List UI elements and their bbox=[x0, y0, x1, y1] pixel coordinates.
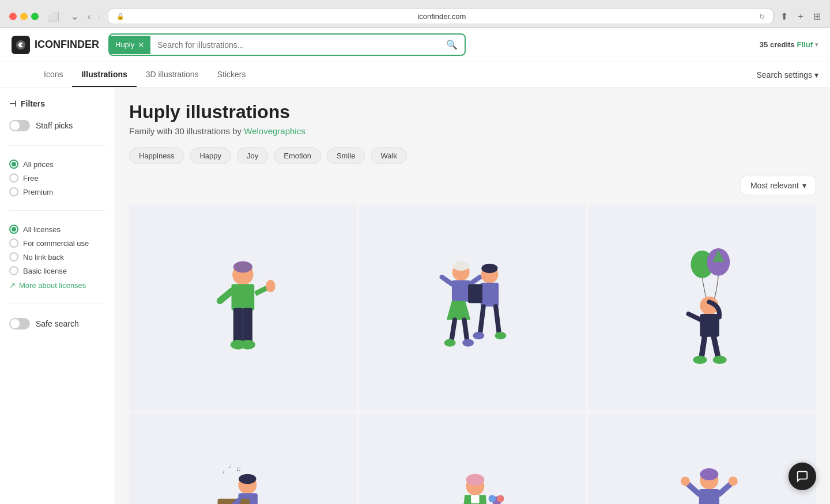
license-radio-group: All licenses For commercial use No link … bbox=[9, 225, 105, 275]
svg-point-31 bbox=[693, 355, 707, 363]
page-header: Huply illustrations Family with 30 illus… bbox=[129, 101, 816, 136]
price-premium[interactable]: Premium bbox=[9, 187, 105, 196]
sidebar-expand-button[interactable]: ⌄ bbox=[69, 9, 81, 24]
back-button[interactable]: ‹ bbox=[88, 12, 90, 22]
tab-3d-illustrations[interactable]: 3D illustrations bbox=[137, 63, 208, 87]
illustration-card-6[interactable] bbox=[588, 414, 816, 504]
svg-line-21 bbox=[496, 306, 499, 334]
illustration-card-1[interactable] bbox=[129, 204, 357, 411]
tag-joy[interactable]: Joy bbox=[237, 147, 268, 164]
license-all-label: All licenses bbox=[23, 225, 61, 234]
share-button[interactable]: ⬆ bbox=[780, 10, 788, 22]
tab-illustrations[interactable]: Illustrations bbox=[72, 63, 136, 87]
svg-point-14 bbox=[444, 339, 455, 346]
license-basic-label: Basic license bbox=[23, 267, 67, 275]
forward-button[interactable]: › bbox=[97, 12, 100, 22]
search-input[interactable] bbox=[150, 36, 439, 54]
lock-icon: 🔒 bbox=[116, 13, 124, 20]
main-content: ⊣ Filters Staff picks All prices bbox=[0, 88, 830, 504]
svg-rect-60 bbox=[699, 489, 719, 504]
license-filter-section: All licenses For commercial use No link … bbox=[9, 225, 105, 290]
filters-header[interactable]: ⊣ Filters bbox=[9, 99, 105, 108]
search-settings-button[interactable]: Search settings ▾ bbox=[757, 70, 819, 79]
svg-point-37 bbox=[239, 473, 256, 484]
illustration-card-2[interactable] bbox=[359, 204, 587, 411]
grid-button[interactable]: ⊞ bbox=[813, 10, 821, 22]
illustrations-grid: ♪ ♩ ♫ bbox=[129, 204, 816, 504]
svg-point-46 bbox=[466, 473, 484, 486]
logo[interactable]: ICONFINDER bbox=[12, 36, 99, 54]
price-free[interactable]: Free bbox=[9, 173, 105, 183]
price-free-radio[interactable] bbox=[9, 173, 18, 183]
tag-happy[interactable]: Happy bbox=[190, 147, 231, 164]
illustration-card-3[interactable] bbox=[588, 204, 816, 411]
svg-point-8 bbox=[240, 340, 255, 350]
price-premium-radio[interactable] bbox=[9, 187, 18, 196]
svg-point-61 bbox=[681, 476, 690, 486]
divider-3 bbox=[9, 304, 105, 304]
price-free-label: Free bbox=[23, 174, 39, 183]
divider-2 bbox=[9, 210, 105, 211]
credits-chevron-icon[interactable]: ▾ bbox=[815, 41, 818, 48]
svg-point-59 bbox=[700, 468, 719, 480]
svg-line-20 bbox=[480, 306, 483, 334]
more-licenses-label: More about licenses bbox=[19, 281, 86, 290]
search-bar: Huply ✕ 🔍 bbox=[108, 33, 466, 56]
svg-rect-47 bbox=[471, 495, 479, 503]
new-tab-button[interactable]: ＋ bbox=[796, 10, 805, 22]
tag-emotion[interactable]: Emotion bbox=[274, 147, 321, 164]
credits-amount: 35 credits bbox=[760, 40, 795, 49]
safe-search-toggle[interactable] bbox=[9, 318, 30, 329]
staff-picks-toggle[interactable] bbox=[9, 120, 30, 131]
tag-happiness[interactable]: Happiness bbox=[129, 147, 184, 164]
license-commercial-radio[interactable] bbox=[9, 238, 18, 248]
refresh-icon[interactable]: ↻ bbox=[759, 13, 765, 21]
tag-smile[interactable]: Smile bbox=[327, 147, 365, 164]
price-all[interactable]: All prices bbox=[9, 160, 105, 169]
license-no-link-back[interactable]: No link back bbox=[9, 252, 105, 262]
svg-point-23 bbox=[495, 332, 506, 339]
license-all[interactable]: All licenses bbox=[9, 225, 105, 234]
page-title: Huply illustrations bbox=[129, 101, 816, 123]
svg-line-29 bbox=[701, 337, 705, 358]
fullscreen-button[interactable] bbox=[31, 13, 39, 20]
minimize-button[interactable] bbox=[20, 13, 28, 20]
search-submit-button[interactable]: 🔍 bbox=[439, 35, 465, 55]
tab-stickers[interactable]: Stickers bbox=[208, 63, 255, 87]
sort-button[interactable]: Most relevant ▾ bbox=[741, 176, 816, 195]
svg-point-32 bbox=[713, 355, 727, 363]
search-tag-label: Huply bbox=[115, 40, 134, 49]
svg-rect-18 bbox=[480, 283, 498, 306]
tab-icons[interactable]: Icons bbox=[35, 63, 72, 87]
license-basic-radio[interactable] bbox=[9, 266, 18, 275]
license-no-link-back-label: No link back bbox=[23, 253, 64, 262]
license-basic[interactable]: Basic license bbox=[9, 266, 105, 275]
search-tag-remove-button[interactable]: ✕ bbox=[138, 40, 145, 50]
illustration-card-4[interactable]: ♪ ♩ ♫ bbox=[129, 414, 357, 504]
license-no-link-back-radio[interactable] bbox=[9, 252, 18, 262]
price-all-radio[interactable] bbox=[9, 160, 18, 169]
logo-text: ICONFINDER bbox=[35, 39, 99, 51]
filters-collapse-icon: ⊣ bbox=[9, 99, 16, 108]
safe-search-section: Safe search bbox=[9, 318, 105, 329]
page-subtitle: Family with 30 illustrations by Welovegr… bbox=[129, 126, 816, 136]
chat-widget[interactable] bbox=[788, 463, 816, 490]
address-bar[interactable]: 🔒 iconfinder.com ↻ bbox=[108, 9, 774, 24]
license-all-radio[interactable] bbox=[9, 225, 18, 234]
browser-chrome: ⬜ ⌄ ‹ › 🔒 iconfinder.com ↻ ⬆ ＋ ⊞ bbox=[0, 0, 830, 28]
author-link[interactable]: Welovegraphics bbox=[244, 126, 305, 136]
topbar: ICONFINDER Huply ✕ 🔍 35 credits Flluf ▾ bbox=[0, 28, 830, 62]
safe-search-label: Safe search bbox=[36, 319, 79, 328]
svg-point-22 bbox=[473, 332, 484, 339]
svg-text:♫: ♫ bbox=[236, 465, 240, 472]
svg-rect-6 bbox=[243, 308, 252, 343]
svg-rect-3 bbox=[231, 284, 254, 310]
illustration-card-5[interactable]: ✦ bbox=[359, 414, 587, 504]
more-licenses-link[interactable]: ↗ More about licenses bbox=[9, 281, 105, 290]
sidebar-toggle-button[interactable]: ⬜ bbox=[46, 9, 62, 24]
license-commercial[interactable]: For commercial use bbox=[9, 238, 105, 248]
close-button[interactable] bbox=[9, 13, 17, 20]
svg-rect-19 bbox=[468, 284, 482, 303]
more-licenses-icon: ↗ bbox=[9, 281, 16, 290]
tag-walk[interactable]: Walk bbox=[371, 147, 406, 164]
